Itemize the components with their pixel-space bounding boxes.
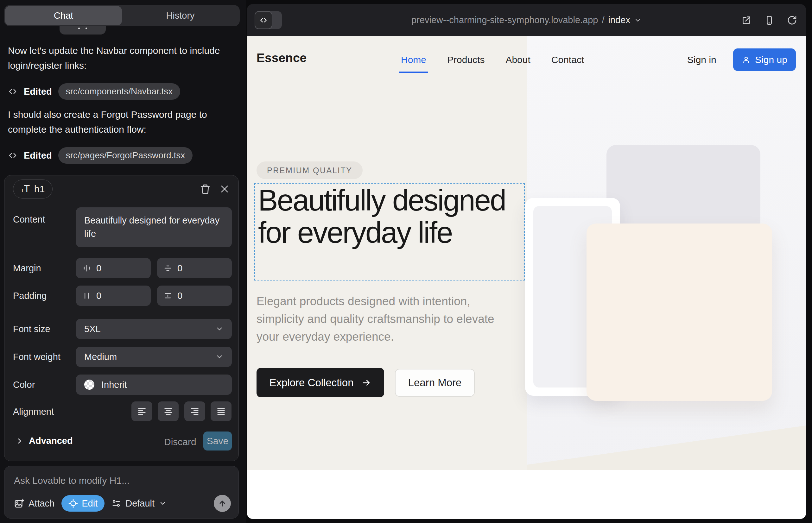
element-editor-panel: тT h1 Content Beautifully designed for e… bbox=[4, 175, 239, 461]
mobile-view-icon[interactable] bbox=[764, 15, 774, 25]
color-select[interactable]: Inherit bbox=[76, 375, 232, 395]
padding-x-input[interactable]: 0 bbox=[76, 286, 151, 306]
font-size-select[interactable]: 5XL bbox=[76, 319, 232, 339]
padding-y-input[interactable]: 0 bbox=[157, 286, 232, 306]
arrow-right-icon bbox=[362, 378, 371, 387]
signin-link[interactable]: Sign in bbox=[687, 54, 716, 65]
nav-link-about[interactable]: About bbox=[506, 54, 530, 65]
font-size-label: Font size bbox=[13, 324, 50, 334]
sliders-icon bbox=[111, 499, 121, 508]
color-swatch bbox=[84, 380, 94, 390]
edit-mode-button[interactable]: Edit bbox=[61, 495, 105, 511]
edited-file-row[interactable]: Edited src/components/Navbar.tsx bbox=[8, 83, 180, 100]
delete-element-button[interactable] bbox=[200, 184, 211, 194]
type-size-icon: тT bbox=[21, 183, 30, 195]
nav-link-home[interactable]: Home bbox=[401, 54, 426, 65]
edited-file-pill[interactable]: src/components/Navbar.tsx bbox=[58, 83, 180, 100]
url-separator: / bbox=[602, 15, 604, 25]
save-button[interactable]: Save bbox=[203, 432, 232, 451]
rendered-page: Essence Home Products About Contact Sign… bbox=[247, 36, 806, 519]
tab-history[interactable]: History bbox=[122, 6, 239, 25]
sidebar-tabs: Chat History bbox=[4, 5, 240, 26]
image-plus-icon bbox=[14, 498, 24, 508]
chevron-down-icon bbox=[215, 325, 224, 333]
code-icon bbox=[8, 151, 17, 160]
edited-file-pill[interactable]: src/pages/ForgotPassword.tsx bbox=[58, 147, 193, 164]
close-panel-icon[interactable] bbox=[219, 184, 230, 194]
quality-badge: PREMIUM QUALITY bbox=[257, 161, 363, 179]
font-weight-select[interactable]: Medium bbox=[76, 347, 232, 367]
chevron-down-icon bbox=[215, 353, 224, 361]
refresh-icon[interactable] bbox=[787, 15, 797, 25]
nav-link-products[interactable]: Products bbox=[447, 54, 484, 65]
browser-toolbar: preview--charming-site-symphony.lovable.… bbox=[247, 4, 806, 36]
scrolled-chip-peek bbox=[59, 26, 106, 35]
align-left-button[interactable] bbox=[131, 401, 152, 421]
content-input[interactable]: Beautifully designed for everyday life bbox=[76, 208, 232, 247]
color-label: Color bbox=[13, 380, 35, 390]
align-justify-button[interactable] bbox=[211, 401, 231, 421]
chevron-right-icon bbox=[16, 437, 24, 445]
margin-x-input[interactable]: 0 bbox=[76, 258, 151, 278]
font-weight-label: Font weight bbox=[13, 352, 60, 362]
padding-x-icon bbox=[82, 291, 91, 300]
chevron-down-icon bbox=[159, 500, 166, 507]
hero-paragraph: Elegant products designed with intention… bbox=[257, 292, 514, 346]
edited-label: Edited bbox=[24, 150, 52, 161]
decorative-card-cream bbox=[586, 223, 772, 401]
chevron-down-icon bbox=[634, 16, 642, 24]
chat-message: I should also create a Forgot Password p… bbox=[8, 107, 233, 137]
padding-y-icon bbox=[163, 291, 172, 300]
preview-browser: preview--charming-site-symphony.lovable.… bbox=[247, 4, 806, 519]
prompt-composer[interactable]: Ask Lovable to modify H1... Attach Edit … bbox=[4, 466, 239, 519]
selected-element-chip[interactable]: тT h1 bbox=[13, 180, 53, 198]
element-tag: h1 bbox=[34, 184, 45, 194]
target-icon bbox=[68, 499, 78, 508]
chat-sidebar: Chat History Now let's update the Navbar… bbox=[0, 0, 246, 523]
attach-button[interactable]: Attach bbox=[14, 498, 54, 509]
hero-heading[interactable]: Beautifully designed for everyday life bbox=[258, 184, 521, 249]
margin-y-icon bbox=[163, 264, 172, 273]
browser-actions bbox=[741, 4, 797, 36]
padding-label: Padding bbox=[13, 291, 47, 301]
chat-message: Now let's update the Navbar component to… bbox=[8, 43, 233, 73]
tab-chat[interactable]: Chat bbox=[5, 6, 122, 25]
open-external-icon[interactable] bbox=[741, 15, 752, 25]
margin-x-icon bbox=[82, 264, 91, 273]
send-button[interactable] bbox=[214, 495, 231, 512]
site-nav: Home Products About Contact bbox=[401, 54, 584, 65]
user-icon bbox=[742, 55, 751, 64]
site-logo[interactable]: Essence bbox=[257, 51, 306, 65]
app-window: Chat History Now let's update the Navbar… bbox=[0, 0, 812, 523]
code-icon bbox=[8, 87, 17, 96]
margin-label: Margin bbox=[13, 263, 41, 273]
composer-toolbar: Attach Edit Default bbox=[14, 495, 231, 512]
prompt-placeholder[interactable]: Ask Lovable to modify H1... bbox=[14, 475, 129, 486]
mode-select[interactable]: Default bbox=[111, 498, 166, 509]
margin-y-input[interactable]: 0 bbox=[157, 258, 232, 278]
h1-selection-outline[interactable]: Beautifully designed for everyday life bbox=[254, 183, 525, 281]
content-label: Content bbox=[13, 214, 45, 225]
discard-button[interactable]: Discard bbox=[164, 437, 196, 447]
url-page: index bbox=[608, 15, 630, 25]
signup-button[interactable]: Sign up bbox=[733, 49, 796, 71]
nav-link-contact[interactable]: Contact bbox=[551, 54, 584, 65]
arrow-up-icon bbox=[218, 499, 227, 508]
advanced-toggle[interactable]: Advanced bbox=[16, 436, 73, 446]
edited-file-row[interactable]: Edited src/pages/ForgotPassword.tsx bbox=[8, 147, 193, 164]
align-right-button[interactable] bbox=[184, 401, 205, 421]
learn-more-button[interactable]: Learn More bbox=[395, 369, 475, 397]
align-center-button[interactable] bbox=[158, 401, 179, 421]
edited-label: Edited bbox=[24, 86, 52, 97]
alignment-label: Alignment bbox=[13, 407, 54, 417]
url-host: preview--charming-site-symphony.lovable.… bbox=[411, 15, 598, 25]
url-bar[interactable]: preview--charming-site-symphony.lovable.… bbox=[247, 4, 806, 36]
explore-collection-button[interactable]: Explore Collection bbox=[257, 368, 384, 397]
